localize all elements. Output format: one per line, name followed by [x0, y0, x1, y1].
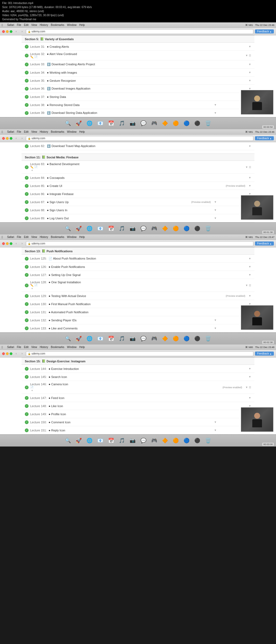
back-button-2[interactable]: ‹ [14, 136, 18, 141]
url-bar-3[interactable]: 🔒 udemy.com [26, 241, 253, 246]
back-button-4[interactable]: ‹ [14, 352, 18, 356]
dock-finder-2[interactable]: 🔍 [63, 224, 73, 233]
lecture-row-85[interactable]: ✓ Lecture 85: ● Create UI (Preview enabl… [22, 182, 254, 190]
dock-app5[interactable]: ⚫ [192, 118, 202, 128]
dock-trash-3[interactable]: 🗑️ [203, 334, 213, 343]
url-bar-4[interactable]: 🔒 udemy.com [26, 351, 253, 356]
lecture-row-128[interactable]: ✓ Lecture 128: ● One Signal Installation… [22, 279, 254, 292]
dock-app2-4[interactable]: 🔶 [160, 436, 170, 445]
lecture-row-38[interactable]: ✓ Lecture 38: ● Removing Stored Data ▼ [22, 101, 254, 109]
dock-app4-2[interactable]: 🔵 [182, 224, 191, 233]
dock-skype[interactable]: 💬 [139, 118, 148, 128]
lecture-row-146[interactable]: ✓ Lecture 146: ● Camera Icon 📄 + (Previe… [22, 381, 254, 394]
lecture-row-132[interactable]: ✓ Lecture 132: ● Sending Player IDs ▼ [22, 316, 254, 324]
dock-app4-3[interactable]: 🔵 [182, 334, 191, 343]
dock-calendar-3[interactable]: 📅 [106, 334, 116, 343]
feedback-button-2[interactable]: Feedback [255, 136, 274, 140]
dock-safari-2[interactable]: 🌐 [85, 224, 94, 233]
dock-photos[interactable]: 📷 [128, 118, 137, 128]
dock-launchpad-4[interactable]: 🚀 [74, 436, 84, 445]
dock-safari-4[interactable]: 🌐 [85, 436, 94, 445]
dock-mail-4[interactable]: 📧 [95, 436, 105, 445]
lecture-row-83[interactable]: ✓ Lecture 83: ● Backend Development ✏️ 📄… [22, 161, 254, 174]
lecture-row-149[interactable]: ✓ Lecture 149: ● Profile Icon ▼ [22, 410, 254, 418]
dock-itunes-2[interactable]: 🎵 [117, 224, 127, 233]
dock-launchpad-2[interactable]: 🚀 [74, 224, 84, 233]
dock-calendar-2[interactable]: 📅 [106, 224, 116, 233]
lecture-row-31[interactable]: ✓ Lecture 31: ● Creating Alerts ▼ [22, 43, 254, 51]
dock-finder[interactable]: 🔍 [63, 118, 73, 128]
url-bar-1[interactable]: 🔒 udemy.com [26, 29, 253, 34]
minimize-button-2[interactable] [6, 137, 9, 140]
dock-app1[interactable]: 🎮 [149, 118, 159, 128]
dock-skype-2[interactable]: 💬 [139, 224, 148, 233]
lecture-row-127[interactable]: ✓ Lecture 127: ● Setting Up One Signal ▼ [22, 271, 254, 279]
lecture-row-145[interactable]: ✓ Lecture 145: ● Search Icon ▼ [22, 373, 254, 381]
dock-calendar[interactable]: 📅 [106, 118, 116, 128]
lecture-row-84[interactable]: ✓ Lecture 84: ● Cocoapods ▼ [22, 174, 254, 182]
dock-trash-4[interactable]: 🗑️ [203, 436, 213, 445]
dock-safari-3[interactable]: 🌐 [85, 334, 94, 343]
close-button-2[interactable] [2, 137, 5, 140]
close-button-3[interactable] [2, 242, 5, 245]
dock-app2-3[interactable]: 🔶 [160, 334, 170, 343]
lecture-row-36[interactable]: ✓ Lecture 36: ⬇️ Download Images Applica… [22, 85, 254, 93]
maximize-button[interactable] [10, 30, 12, 33]
dock-app1-2[interactable]: 🎮 [149, 224, 159, 233]
add-icon-128[interactable]: + [31, 287, 33, 290]
lecture-row-34[interactable]: ✓ Lecture 34: ● Working with Images ▼ [22, 69, 254, 77]
maximize-button-2[interactable] [10, 137, 12, 140]
feedback-button-1[interactable]: Feedback [255, 29, 274, 33]
lecture-row-125[interactable]: ✓ Lecture 125: 📄 About Push Notification… [22, 255, 254, 263]
forward-button-4[interactable]: › [20, 352, 24, 356]
dock-photos-4[interactable]: 📷 [128, 436, 137, 445]
feedback-button-4[interactable]: Feedback [255, 352, 274, 356]
dock-app5-2[interactable]: ⚫ [192, 224, 202, 233]
dock-app4-4[interactable]: 🔵 [182, 436, 191, 445]
dock-photos-2[interactable]: 📷 [128, 224, 137, 233]
forward-button-3[interactable]: › [20, 241, 24, 246]
dock-app1-3[interactable]: 🎮 [149, 334, 159, 343]
dock-launchpad-3[interactable]: 🚀 [74, 334, 84, 343]
minimize-button-4[interactable] [6, 352, 9, 355]
lecture-row-126[interactable]: ✓ Lecture 126: ● Enable Push Notificatio… [22, 263, 254, 271]
lecture-row-144[interactable]: ✓ Lecture 144: ● Exercise Introduction ▼ [22, 365, 254, 373]
dock-app5-3[interactable]: ⚫ [192, 334, 202, 343]
dock-mail-2[interactable]: 📧 [95, 224, 105, 233]
minimize-button[interactable] [6, 30, 9, 33]
maximize-button-3[interactable] [10, 242, 12, 245]
dock-finder-4[interactable]: 🔍 [63, 436, 73, 445]
lecture-row-129[interactable]: ✓ Lecture 129: ● Testing With Actual Dev… [22, 292, 254, 300]
dock-app3-3[interactable]: 🟠 [171, 334, 181, 343]
dock-app3[interactable]: 🟠 [171, 118, 181, 128]
lecture-row-35[interactable]: ✓ Lecture 35: ● Gesture Recognizer ▼ [22, 77, 254, 85]
dock-itunes-4[interactable]: 🎵 [117, 436, 127, 445]
dock-finder-3[interactable]: 🔍 [63, 334, 73, 343]
dock-skype-4[interactable]: 💬 [139, 436, 148, 445]
dock-app4[interactable]: 🔵 [182, 118, 191, 128]
lecture-row-151[interactable]: ✓ Lecture 151: ● Reply Icon ▼ [22, 426, 254, 434]
minimize-button-3[interactable] [6, 242, 9, 245]
back-button[interactable]: ‹ [14, 29, 18, 34]
lecture-row-87[interactable]: ✓ Lecture 87: ● Sign Users Up (Preview e… [22, 198, 254, 206]
lecture-row-148[interactable]: ✓ Lecture 148: ● Like Icon ▼ [22, 402, 254, 410]
dock-safari[interactable]: 🌐 [85, 118, 94, 128]
lecture-row-150[interactable]: ✓ Lecture 150: ● Comment Icon ▼ [22, 418, 254, 426]
add-icon-146[interactable]: + [31, 389, 33, 392]
lecture-row-130[interactable]: ✓ Lecture 130: ● First Manual Push Notif… [22, 300, 254, 308]
close-button-4[interactable] [2, 352, 5, 355]
lecture-row-133[interactable]: ✓ Lecture 133: ● Like and Comments ▼ [22, 324, 254, 332]
dock-app2[interactable]: 🔶 [160, 118, 170, 128]
forward-button[interactable]: › [20, 29, 24, 34]
dock-itunes[interactable]: 🎵 [117, 118, 127, 128]
lecture-row-39[interactable]: ✓ Lecture 39: ⬇️ Download Storing Data A… [22, 109, 254, 117]
dock-trash[interactable]: 🗑️ [203, 118, 213, 128]
dock-mail-3[interactable]: 📧 [95, 334, 105, 343]
lecture-row-32[interactable]: ✓ Lecture 32: ● Alert View Continued ✏️ … [22, 51, 254, 60]
close-button[interactable] [2, 30, 5, 33]
dock-app3-2[interactable]: 🟠 [171, 224, 181, 233]
dock-app5-4[interactable]: ⚫ [192, 436, 202, 445]
dock-calendar-4[interactable]: 📅 [106, 436, 116, 445]
lecture-row-37[interactable]: ✓ Lecture 37: ● Storing Data ▼ [22, 93, 254, 101]
dock-photos-3[interactable]: 📷 [128, 334, 137, 343]
